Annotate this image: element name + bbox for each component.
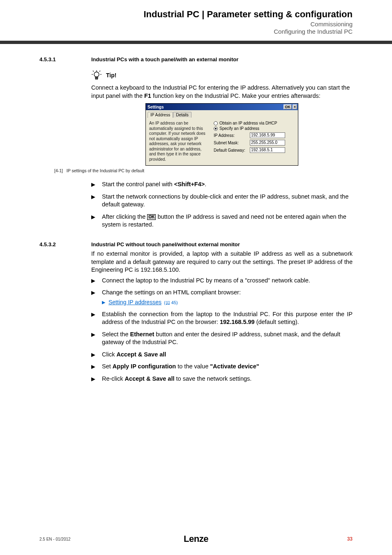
b1-pre: Start the control panel with — [102, 181, 174, 187]
list-item: ▶ Start the network connections by doubl… — [91, 193, 353, 209]
b7-bold: Accept & Save all — [125, 375, 175, 382]
dialog-tabs: IP Address Details — [146, 110, 298, 118]
gateway-label: Default Gateway: — [214, 148, 250, 153]
section-heading-2: 4.5.3.2 Industrial PC without touch pane… — [39, 241, 353, 247]
b6-pre: Set — [102, 363, 113, 370]
arrow-icon: ▶ — [91, 375, 102, 383]
arrow-icon: ▶ — [91, 351, 102, 359]
footer-version: 2.5 EN - 01/2012 — [39, 537, 144, 541]
setting-ip-link[interactable]: Setting IP addresses — [108, 299, 161, 305]
dialog-title: Settings — [147, 105, 283, 109]
gateway-input[interactable]: 192.168.5.1 — [250, 147, 285, 153]
b3-post: (default setting). — [255, 319, 299, 325]
caption-text: IP settings of the Industrial PC by defa… — [67, 168, 145, 173]
mask-input[interactable]: 255.255.255.0 — [250, 140, 285, 146]
header-sub2: Configuring the Industrial PC — [0, 28, 353, 35]
arrow-icon: ▶ — [91, 310, 102, 326]
dialog-titlebar: Settings OK × — [146, 104, 298, 110]
section-number: 4.5.3.1 — [39, 56, 91, 62]
ip-input[interactable]: 192.168.5.99 — [250, 132, 285, 138]
b6-bold2: "Activate device" — [210, 363, 259, 370]
b1-post: . — [205, 181, 206, 187]
ok-badge-icon: OK — [147, 214, 156, 220]
section-title: Industrial PC without touch panel/withou… — [91, 241, 240, 247]
tip-body-post: function key on the Industrial PC. Make … — [151, 92, 321, 99]
arrow-icon: ▶ — [91, 277, 102, 285]
tab-details[interactable]: Details — [173, 112, 191, 118]
sub-bullet: ▶ Setting IP addresses (🕮 45) — [102, 298, 353, 306]
b4-bold: Ethernet — [130, 331, 154, 338]
b3-pre: After clicking the — [102, 213, 147, 220]
list-item: ▶ Connect the laptop to the Industrial P… — [91, 277, 353, 285]
list-item: ▶ Select the Ethernet button and enter t… — [91, 331, 353, 347]
b6-mid: to the value — [176, 363, 210, 370]
arrow-icon: ▶ — [91, 363, 102, 371]
b2-body: Start the network connections by double-… — [102, 193, 353, 209]
b7-post: to save the network settings. — [175, 375, 252, 382]
b1-body: Connect the laptop to the Industrial PC … — [102, 277, 353, 285]
page-header: Industrial PC | Parameter setting & conf… — [0, 0, 392, 35]
lightbulb-icon — [91, 70, 102, 81]
section-number: 4.5.3.2 — [39, 241, 91, 247]
dialog-ok-button[interactable]: OK — [284, 104, 292, 109]
svg-point-0 — [94, 72, 99, 77]
b6-bold1: Apply IP configuration — [113, 363, 176, 370]
arrow-filled-icon: ▶ — [102, 298, 108, 306]
settings-dialog: Settings OK × IP Address Details An IP a… — [145, 103, 298, 166]
dialog-close-button[interactable]: × — [293, 104, 297, 109]
tip-body: Connect a keyboard to the Industrial PC … — [91, 84, 353, 100]
ip-label: IP Address: — [214, 133, 250, 138]
arrow-icon: ▶ — [91, 213, 102, 229]
radio-dhcp[interactable]: Obtain an IP address via DHCP — [214, 121, 295, 125]
list-item: ▶ Set Apply IP configuration to the valu… — [91, 363, 353, 371]
svg-line-5 — [99, 71, 100, 72]
tab-ip-address[interactable]: IP Address — [148, 112, 173, 118]
mask-label: Subnet Mask: — [214, 141, 250, 145]
tip-row: Tip! — [91, 70, 353, 81]
list-item: ▶ Change the settings on an HTML complia… — [91, 289, 353, 306]
caption-num: [4-1] — [54, 168, 63, 173]
bullet-list-1: ▶ Start the control panel with <Shift+F4… — [91, 180, 353, 229]
section-heading-1: 4.5.3.1 Industrial PCs with a touch pane… — [39, 56, 353, 62]
tip-label: Tip! — [106, 72, 116, 79]
arrow-icon: ▶ — [91, 289, 102, 306]
list-item: ▶ Re-click Accept & Save all to save the… — [91, 375, 353, 383]
radio-icon — [214, 121, 218, 125]
header-sub1: Commissioning — [0, 21, 353, 28]
tip-body-bold: F1 — [144, 92, 151, 99]
arrow-icon: ▶ — [91, 193, 102, 209]
radio-specify[interactable]: Specify an IP address — [214, 126, 295, 131]
section2-intro: If no external monitor is provided, a la… — [91, 250, 353, 274]
header-title: Industrial PC | Parameter setting & conf… — [0, 9, 353, 20]
bullet-list-2: ▶ Connect the laptop to the Industrial P… — [91, 277, 353, 383]
svg-rect-8 — [96, 79, 98, 79]
b4-pre: Select the — [102, 331, 130, 338]
footer-logo: Lenze — [144, 534, 248, 544]
page-footer: 2.5 EN - 01/2012 Lenze 33 — [0, 534, 392, 544]
b2-body: Change the settings on an HTML compliant… — [102, 289, 241, 296]
list-item: ▶ After clicking the OK button the IP ad… — [91, 213, 353, 229]
radio-specify-label: Specify an IP address — [219, 126, 259, 131]
header-rule — [0, 41, 392, 44]
dialog-helptext: An IP address can be automatically assig… — [149, 121, 209, 162]
b3-bold: 192.168.5.99 — [220, 319, 255, 325]
list-item: ▶ Start the control panel with <Shift+F4… — [91, 180, 353, 189]
b1-bold: <Shift+F4> — [174, 181, 205, 187]
figure-caption: [4-1] IP settings of the Industrial PC b… — [54, 168, 353, 173]
b7-pre: Re-click — [102, 375, 125, 382]
section-title: Industrial PCs with a touch panel/with a… — [91, 56, 238, 62]
radio-icon — [214, 127, 218, 131]
list-item: ▶ Establish the connection from the lapt… — [91, 310, 353, 326]
arrow-icon: ▶ — [91, 180, 102, 189]
footer-page-number: 33 — [248, 536, 353, 542]
b5-bold: Accept & Save all — [116, 351, 166, 358]
pageref: (🕮 45) — [164, 300, 178, 305]
list-item: ▶ Click Accept & Save all — [91, 351, 353, 359]
radio-dhcp-label: Obtain an IP address via DHCP — [219, 121, 277, 125]
arrow-icon: ▶ — [91, 331, 102, 347]
svg-line-4 — [93, 71, 94, 72]
b5-pre: Click — [102, 351, 116, 358]
